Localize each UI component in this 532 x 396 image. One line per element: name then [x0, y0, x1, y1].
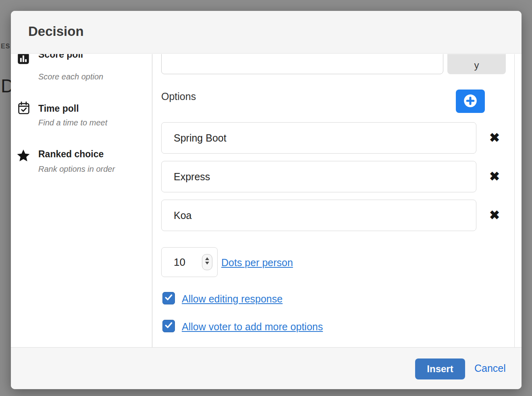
poll-type-sidebar: Score poll Score each option Time poll F… — [11, 54, 152, 347]
check-icon — [164, 321, 173, 331]
modal-title: Decision — [28, 24, 84, 39]
insert-button[interactable]: Insert — [415, 358, 465, 379]
modal-body: Score poll Score each option Time poll F… — [11, 54, 522, 347]
star-icon — [16, 148, 31, 165]
background-text-fragment: ES — [1, 43, 10, 50]
delete-option-icon: ✖ — [489, 169, 500, 183]
partial-button-label: y — [474, 60, 479, 71]
check-icon — [164, 293, 173, 304]
delete-option-icon: ✖ — [489, 208, 500, 222]
sidebar-item-subtitle: Find a time to meet — [38, 117, 107, 128]
delete-option-button[interactable]: ✖ — [486, 169, 503, 184]
calendar-check-icon — [17, 101, 30, 117]
partial-button[interactable]: y — [447, 54, 506, 74]
sidebar-item-ranked-choice[interactable]: Ranked choice Rank options in order — [11, 147, 152, 192]
sidebar-item-subtitle: Score each option — [38, 71, 103, 82]
delete-option-button[interactable]: ✖ — [486, 131, 503, 145]
delete-option-icon: ✖ — [489, 131, 500, 145]
option-input[interactable] — [161, 161, 476, 192]
sidebar-item-score-poll[interactable]: Score poll Score each option — [11, 54, 152, 85]
cancel-button[interactable]: Cancel — [474, 363, 506, 374]
options-label: Options — [161, 90, 196, 102]
dots-per-person-field — [161, 247, 218, 277]
option-input[interactable] — [161, 122, 476, 154]
stepper-down-icon — [205, 262, 209, 265]
dots-stepper[interactable] — [202, 254, 212, 270]
option-input[interactable] — [161, 200, 476, 231]
delete-option-button[interactable]: ✖ — [486, 208, 503, 223]
sidebar-item-title: Score poll — [38, 54, 83, 60]
modal-header: Decision — [11, 11, 522, 54]
allow-editing-label[interactable]: Allow editing response — [182, 293, 283, 305]
bar-chart-icon — [17, 54, 29, 66]
dots-per-person-label[interactable]: Dots per person — [221, 256, 293, 269]
question-input[interactable] — [161, 54, 443, 74]
poll-config-panel: y Options ✖ ✖ ✖ — [153, 54, 515, 347]
modal-footer: Insert Cancel — [11, 347, 522, 389]
plus-circle-icon — [463, 94, 478, 109]
sidebar-item-title: Time poll — [38, 102, 79, 115]
stepper-up-icon — [205, 257, 209, 260]
dots-per-person-input[interactable] — [162, 248, 196, 277]
add-option-button[interactable] — [456, 90, 485, 113]
sidebar-item-subtitle: Rank options in order — [38, 164, 115, 174]
sidebar-item-title: Ranked choice — [38, 148, 104, 160]
allow-add-options-checkbox[interactable] — [162, 320, 175, 332]
sidebar-item-time-poll[interactable]: Time poll Find a time to meet — [11, 100, 152, 145]
allow-add-options-label[interactable]: Allow voter to add more options — [182, 321, 323, 333]
allow-editing-checkbox[interactable] — [162, 292, 175, 304]
decision-modal: Decision Score poll Score each option Ti… — [11, 11, 522, 389]
